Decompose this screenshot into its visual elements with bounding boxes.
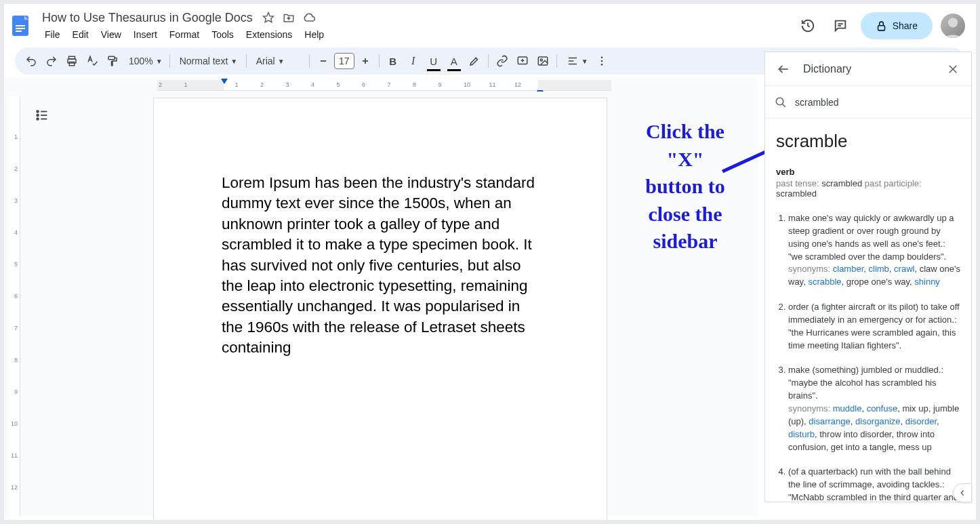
sidebar-title: Dictionary xyxy=(803,63,933,75)
chevron-down-icon: ▼ xyxy=(230,58,237,65)
insert-image-icon[interactable] xyxy=(533,52,552,70)
redo-icon[interactable] xyxy=(42,52,61,70)
bold-icon[interactable]: B xyxy=(384,52,403,70)
horizontal-ruler-wrap: 21123456789101112131415 xyxy=(22,77,758,94)
underline-icon[interactable]: U xyxy=(424,52,443,70)
svg-point-25 xyxy=(600,60,603,62)
svg-point-27 xyxy=(37,110,39,113)
decrease-font-icon[interactable] xyxy=(314,52,333,70)
svg-rect-3 xyxy=(16,31,22,32)
right-indent-marker-icon[interactable] xyxy=(537,86,544,92)
svg-point-8 xyxy=(948,18,958,27)
synonym-link[interactable]: disarrange xyxy=(809,416,850,426)
svg-marker-4 xyxy=(263,13,273,22)
vertical-ruler[interactable]: 12345678910111213 xyxy=(8,96,20,516)
history-icon[interactable] xyxy=(796,14,820,38)
docs-logo-icon[interactable] xyxy=(7,12,34,39)
svg-point-37 xyxy=(776,98,783,105)
print-icon[interactable] xyxy=(62,52,81,70)
increase-font-icon[interactable] xyxy=(356,52,375,70)
document-title[interactable]: How to Use Thesaurus in Google Docs xyxy=(39,9,256,26)
menu-view[interactable]: View xyxy=(96,26,127,43)
chevron-down-icon: ▼ xyxy=(581,58,588,65)
menu-file[interactable]: File xyxy=(39,26,66,43)
back-icon[interactable] xyxy=(773,59,794,79)
menu-tools[interactable]: Tools xyxy=(206,26,239,43)
definition-item: (of a quarterback) run with the ball beh… xyxy=(788,466,960,502)
annotation-text: Click the "X" button to close the sideba… xyxy=(614,118,756,256)
share-label: Share xyxy=(893,20,918,31)
svg-point-24 xyxy=(600,56,603,58)
zoom-select[interactable]: 100%▼ xyxy=(123,52,165,70)
search-icon xyxy=(775,96,787,108)
svg-rect-12 xyxy=(108,56,115,60)
synonym-link[interactable]: crawl xyxy=(894,264,914,274)
chevron-down-icon: ▼ xyxy=(156,58,163,65)
menu-bar: File Edit View Insert Format Tools Exten… xyxy=(37,26,332,43)
svg-point-26 xyxy=(600,64,603,66)
document-body[interactable]: Lorem Ipsum has been the industry's stan… xyxy=(154,98,607,358)
text-color-icon[interactable]: A xyxy=(445,52,464,70)
close-icon[interactable] xyxy=(943,59,963,79)
svg-rect-7 xyxy=(878,25,884,30)
synonym-link[interactable]: clamber xyxy=(833,264,864,274)
synonym-link[interactable]: shinny xyxy=(914,277,940,287)
italic-icon[interactable]: I xyxy=(404,52,423,70)
star-icon[interactable] xyxy=(261,10,276,25)
spellcheck-icon[interactable] xyxy=(83,52,102,70)
side-panel-collapse-icon[interactable] xyxy=(953,483,972,502)
sidebar-header: Dictionary xyxy=(765,52,971,86)
font-family-select[interactable]: Arial▼ xyxy=(251,52,305,70)
svg-point-20 xyxy=(540,59,542,61)
synonym-link[interactable]: disorder xyxy=(905,416,937,426)
menu-edit[interactable]: Edit xyxy=(67,26,94,43)
indent-marker-icon[interactable] xyxy=(221,79,228,84)
align-select[interactable]: ▼ xyxy=(561,52,591,70)
definition-list: make one's way quickly or awkwardly up a… xyxy=(776,212,960,502)
avatar[interactable] xyxy=(941,14,965,38)
svg-point-31 xyxy=(37,118,39,120)
svg-point-29 xyxy=(37,115,39,117)
header-right: Share xyxy=(796,12,965,39)
lock-icon xyxy=(876,20,887,32)
move-icon[interactable] xyxy=(281,10,296,25)
dictionary-sidebar: Dictionary scramble verb past tense: scr… xyxy=(764,52,972,502)
menu-extensions[interactable]: Extensions xyxy=(241,26,298,43)
menu-help[interactable]: Help xyxy=(299,26,329,43)
synonym-link[interactable]: scrabble xyxy=(808,277,841,287)
undo-icon[interactable] xyxy=(22,52,41,70)
menu-insert[interactable]: Insert xyxy=(128,26,163,43)
synonym-link[interactable]: muddle xyxy=(833,403,862,414)
insert-link-icon[interactable] xyxy=(493,52,512,70)
tense-line: past tense: scrambled past participle: s… xyxy=(776,178,960,199)
svg-line-38 xyxy=(782,104,785,107)
horizontal-ruler[interactable]: 21123456789101112131415 xyxy=(157,80,611,91)
svg-rect-1 xyxy=(16,25,25,26)
dictionary-search-input[interactable] xyxy=(795,97,962,108)
app-header: How to Use Thesaurus in Google Docs File… xyxy=(4,4,976,47)
insert-comment-icon[interactable] xyxy=(513,52,532,70)
chevron-down-icon: ▼ xyxy=(278,58,285,65)
menu-format[interactable]: Format xyxy=(164,26,205,43)
font-size-input[interactable] xyxy=(334,53,354,69)
synonym-link[interactable]: disturb xyxy=(788,429,815,439)
svg-rect-2 xyxy=(16,28,25,29)
document-outline-icon[interactable] xyxy=(30,103,54,127)
more-icon[interactable] xyxy=(592,52,611,70)
headword: scramble xyxy=(776,131,960,152)
synonym-link[interactable]: climb xyxy=(869,264,889,274)
definition-item: order (a fighter aircraft or its pilot) … xyxy=(788,301,960,352)
sidebar-body: scramble verb past tense: scrambled past… xyxy=(765,119,971,502)
title-area: How to Use Thesaurus in Google Docs File… xyxy=(37,9,332,43)
paint-format-icon[interactable] xyxy=(103,52,122,70)
comments-icon[interactable] xyxy=(828,14,853,38)
paragraph-style-select[interactable]: Normal text▼ xyxy=(174,52,242,70)
highlight-icon[interactable] xyxy=(465,52,484,70)
synonym-link[interactable]: confuse xyxy=(867,403,898,414)
dictionary-search xyxy=(765,86,971,119)
synonym-link[interactable]: disorganize xyxy=(855,416,901,426)
document-page[interactable]: Lorem Ipsum has been the industry's stan… xyxy=(153,98,607,524)
part-of-speech: verb xyxy=(776,167,960,177)
cloud-status-icon[interactable] xyxy=(302,10,317,25)
share-button[interactable]: Share xyxy=(861,12,933,39)
